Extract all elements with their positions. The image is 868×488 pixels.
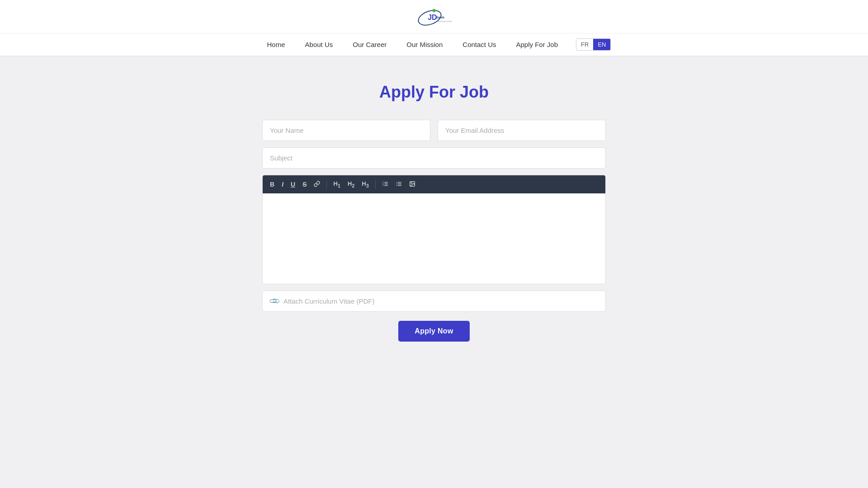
h3-button[interactable]: H3 (359, 179, 371, 190)
strikethrough-button[interactable]: S (300, 179, 309, 189)
email-input[interactable] (438, 120, 606, 141)
svg-point-16 (396, 185, 397, 186)
bold-button[interactable]: B (267, 179, 277, 189)
svg-text:CREDIT AP CENTRE: CREDIT AP CENTRE (436, 20, 452, 23)
name-email-row (262, 120, 606, 141)
lang-en-button[interactable]: EN (593, 39, 610, 50)
toolbar-divider-1 (326, 180, 327, 189)
main-content: Apply For Job B I U S H1 H2 H3 (253, 83, 615, 342)
editor-toolbar: B I U S H1 H2 H3 1. 2. (263, 175, 605, 193)
nav-item-about-us[interactable]: About Us (295, 37, 343, 52)
attach-cv-row[interactable]: 📎 Attach Curriculum Vitae (PDF) (262, 291, 606, 312)
nav-item-our-mission[interactable]: Our Mission (396, 37, 453, 52)
toolbar-divider-2 (375, 180, 376, 189)
svg-point-1 (432, 9, 435, 12)
subject-input[interactable] (262, 147, 606, 169)
svg-point-14 (396, 182, 397, 183)
page-title: Apply For Job (262, 83, 606, 102)
editor-body[interactable] (263, 193, 605, 284)
nav-item-contact-us[interactable]: Contact Us (453, 37, 506, 52)
svg-text:JD: JD (428, 14, 437, 21)
underline-button[interactable]: U (288, 179, 298, 189)
nav-item-home[interactable]: Home (257, 37, 295, 52)
image-button[interactable] (406, 179, 418, 190)
h2-button[interactable]: H2 (345, 179, 357, 190)
ordered-list-button[interactable]: 1. 2. 3. (379, 179, 391, 190)
apply-btn-row: Apply Now (262, 321, 606, 342)
nav-item-our-career[interactable]: Our Career (343, 37, 396, 52)
nav: Home About Us Our Career Our Mission Con… (0, 33, 868, 56)
logo-area: JD Santé CREDIT AP CENTRE (416, 5, 452, 29)
paperclip-icon: 📎 (268, 295, 281, 308)
italic-button[interactable]: I (279, 179, 286, 189)
svg-point-18 (411, 183, 412, 183)
link-button[interactable] (311, 179, 323, 190)
nav-item-apply-for-job[interactable]: Apply For Job (506, 37, 568, 52)
h1-button[interactable]: H1 (330, 179, 343, 190)
logo-icon: JD Santé CREDIT AP CENTRE (416, 5, 452, 29)
name-input[interactable] (262, 120, 430, 141)
svg-text:Santé: Santé (436, 16, 444, 19)
svg-text:3.: 3. (382, 184, 384, 186)
lang-fr-button[interactable]: FR (576, 39, 593, 50)
attach-label: Attach Curriculum Vitae (PDF) (283, 297, 374, 305)
header: JD Santé CREDIT AP CENTRE Home About Us … (0, 0, 868, 56)
svg-point-15 (396, 183, 397, 184)
rich-text-editor: B I U S H1 H2 H3 1. 2. (262, 175, 606, 284)
language-toggle: FR EN (576, 38, 611, 51)
apply-now-button[interactable]: Apply Now (398, 321, 469, 342)
unordered-list-button[interactable] (393, 179, 405, 190)
